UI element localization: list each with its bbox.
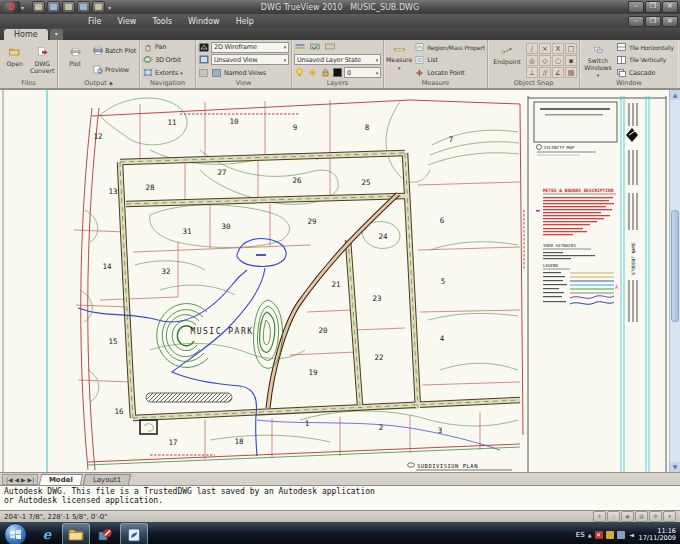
lot-number-14: 14 — [102, 262, 112, 271]
named-views-button[interactable]: Named Views — [198, 67, 289, 78]
osnap-icon-6[interactable]: ○ — [552, 55, 564, 66]
pan-button[interactable]: Pan — [142, 42, 193, 53]
panel-view-label: View — [198, 79, 289, 88]
open-button[interactable]: Open — [2, 41, 28, 79]
status-annotation-icon[interactable]: ▤ — [635, 511, 648, 522]
menu-window[interactable]: Window — [180, 17, 228, 26]
tray-network-icon[interactable] — [617, 531, 625, 539]
doc-close-button[interactable]: ✕ — [662, 16, 678, 27]
menu-file[interactable]: File — [80, 17, 109, 26]
status-menu-arrow-icon[interactable]: ▾ — [663, 511, 676, 522]
switch-windows-button[interactable]: Switch Windows ▾ — [582, 41, 614, 79]
osnap-icon-7[interactable]: ▪ — [565, 55, 577, 66]
layer-color-swatch[interactable] — [333, 68, 342, 77]
dwg-convert-button[interactable]: DWG Convert — [30, 41, 56, 79]
layer-isolate-icon[interactable] — [324, 42, 335, 52]
osnap-icon-11[interactable]: ▨ — [565, 67, 577, 78]
app-menu-arrow-icon[interactable]: ▾ — [21, 4, 24, 11]
output-dialog-launcher-icon[interactable]: ◆ — [109, 80, 113, 86]
layer-on-bulb-icon[interactable] — [294, 68, 305, 78]
osnap-icon-9[interactable]: // — [539, 67, 551, 78]
status-orbit-icon[interactable]: ◉ — [621, 511, 634, 522]
taskbar-folder-button[interactable] — [62, 523, 90, 544]
retaining-wall — [146, 393, 232, 402]
menu-help[interactable]: Help — [228, 17, 262, 26]
doc-minimize-button[interactable]: – — [628, 16, 644, 27]
tray-volume-icon[interactable]: ◄ — [628, 531, 636, 539]
panel-view: 2D Wireframe▾ Unsaved View▾ Named Views … — [196, 40, 292, 88]
qat-open-icon[interactable] — [32, 1, 45, 13]
plot-button[interactable]: Plot — [60, 41, 90, 79]
osnap-icon-4[interactable]: ◎ — [526, 55, 538, 66]
scroll-down-icon[interactable]: ▼ — [670, 462, 680, 472]
preview-button[interactable]: Preview — [92, 64, 136, 75]
current-view-combo[interactable]: Unsaved View▾ — [211, 54, 289, 65]
drawing-area[interactable]: MUSIC PARK SUBDIVISION PLAN VICINITY MAP… — [0, 89, 680, 472]
command-line[interactable]: Autodesk DWG. This file is a TrustedDWG … — [0, 485, 680, 511]
restore-button[interactable]: ❐ — [645, 1, 661, 13]
close-button[interactable]: ✕ — [662, 1, 678, 13]
osnap-icon-3[interactable]: □ — [565, 43, 577, 54]
tab-layout1[interactable]: Layout1 — [83, 474, 132, 485]
svg-text:YARD SETBACKS: YARD SETBACKS — [543, 243, 576, 248]
qat-publish-icon[interactable] — [92, 1, 105, 13]
qat-preview-icon[interactable] — [77, 1, 90, 13]
osnap-icon-2[interactable]: X — [552, 43, 564, 54]
tile-horizontally-button[interactable]: Tile Horizontally — [616, 42, 674, 53]
minimize-button[interactable]: – — [628, 1, 644, 13]
tab-home[interactable]: Home — [4, 29, 48, 40]
measure-button[interactable]: Measure ▾ — [386, 41, 412, 79]
extents-flyout-arrow-icon[interactable]: ▾ — [180, 70, 182, 76]
vertical-scrollbar[interactable]: ▲ ▼ — [669, 90, 680, 472]
app-logo-icon[interactable]: D — [2, 1, 20, 13]
list-button[interactable]: List — [414, 54, 485, 65]
visual-style-combo[interactable]: 2D Wireframe▾ — [211, 42, 289, 53]
doc-restore-button[interactable]: ❐ — [645, 16, 661, 27]
metes-bounds-section: METES & BOUNDS DESCRIPTION — [536, 188, 616, 235]
extents-button[interactable]: Extents▾ — [142, 67, 193, 78]
batch-plot-button[interactable]: Batch Plot — [92, 45, 136, 56]
scrollbar-thumb[interactable] — [671, 210, 679, 322]
menu-view[interactable]: View — [109, 17, 144, 26]
endpoint-button[interactable]: Endpoint — [490, 41, 524, 79]
measure-flyout-arrow-icon[interactable]: ▾ — [398, 65, 401, 72]
layer-state-icon[interactable] — [309, 42, 320, 52]
tray-update-icon[interactable] — [606, 531, 614, 539]
qat-plot-icon[interactable] — [47, 1, 60, 13]
status-workspace-icon[interactable]: ⚙ — [649, 511, 662, 522]
taskbar-ie-button[interactable]: e — [34, 524, 60, 544]
start-button[interactable] — [4, 523, 27, 544]
layer-freeze-sun-icon[interactable] — [307, 68, 318, 78]
status-pan-icon[interactable]: ✛ — [593, 511, 606, 522]
scroll-up-icon[interactable]: ▲ — [670, 90, 680, 100]
tray-alert-icon[interactable]: ✕ — [595, 531, 603, 539]
tray-expand-icon[interactable]: ▲ — [588, 532, 592, 538]
osnap-icon-8[interactable]: ⊥ — [526, 67, 538, 78]
menu-tools[interactable]: Tools — [144, 17, 180, 26]
layer-properties-icon[interactable] — [294, 42, 305, 52]
osnap-icon-5[interactable]: ◇ — [539, 55, 551, 66]
layer-combo[interactable]: 0▾ — [344, 67, 381, 78]
status-zoom-icon[interactable]: ◌ — [607, 511, 620, 522]
switch-windows-arrow-icon[interactable]: ▾ — [597, 72, 600, 79]
locate-point-button[interactable]: Locate Point — [414, 67, 485, 78]
qat-batch-plot-icon[interactable] — [62, 1, 75, 13]
tab-nav-buttons[interactable]: |◀ ◀ ▶ ▶| — [2, 474, 38, 485]
tab-model[interactable]: Model — [39, 474, 83, 485]
ribbon-options-arrow-icon[interactable]: ▾ — [50, 29, 63, 40]
revision-mark: A — [615, 284, 618, 290]
qat-customize-arrow-icon[interactable]: ▾ — [108, 4, 111, 11]
taskbar-blocked-app-button[interactable] — [92, 524, 118, 544]
cascade-button[interactable]: Cascade — [616, 67, 674, 78]
layer-state-combo[interactable]: Unsaved Layer State▾ — [294, 54, 381, 65]
layer-lock-icon[interactable] — [320, 68, 331, 78]
osnap-icon-0[interactable]: / — [526, 43, 538, 54]
osnap-icon-1[interactable]: × — [539, 43, 551, 54]
tile-vertically-button[interactable]: Tile Vertically — [616, 54, 674, 65]
language-indicator[interactable]: ES — [576, 531, 585, 539]
orbit-button[interactable]: 3D Orbit — [142, 54, 193, 65]
osnap-icon-10[interactable]: ∠ — [552, 67, 564, 78]
clock[interactable]: 11:16 17/11/2009 — [639, 528, 676, 542]
taskbar-dwg-trueview-button[interactable] — [120, 523, 148, 544]
region-mass-properties-button[interactable]: Region/Mass Properties — [414, 42, 485, 53]
